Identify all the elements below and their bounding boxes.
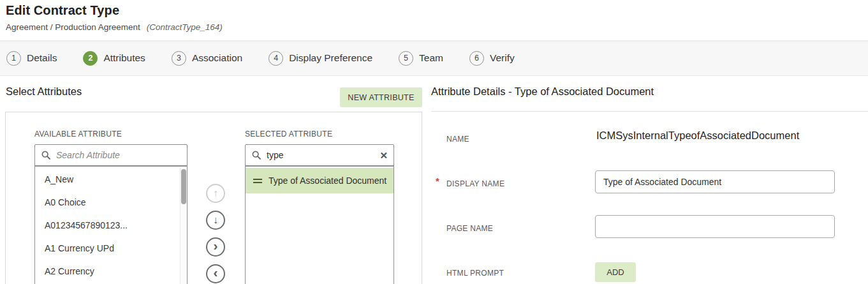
section-toolbar: Select Attributes NEW ATTRIBUTE Attribut… — [0, 76, 868, 112]
step-number-badge: 6 — [469, 51, 484, 66]
available-attribute-label: AVAILABLE ATTRIBUTE — [34, 130, 122, 138]
attribute-details-heading: Attribute Details - Type of Associated D… — [431, 86, 654, 98]
html-prompt-label: HTML PROMPT — [446, 269, 504, 278]
available-attribute-box: A_New A0 Choice A01234567890123... A1 Cu… — [34, 144, 188, 284]
select-attributes-heading: Select Attributes — [6, 86, 82, 98]
available-attribute-item[interactable]: A01234567890123... — [35, 214, 180, 237]
available-attribute-item[interactable]: A1 Currency UPd — [35, 237, 180, 260]
arrow-down-icon: ↓ — [213, 214, 218, 226]
add-html-prompt-button[interactable]: ADD — [595, 262, 636, 282]
page-name-field[interactable] — [595, 215, 835, 238]
selected-attribute-label: SELECTED ATTRIBUTE — [245, 130, 332, 138]
chevron-right-icon: › — [214, 238, 218, 253]
wizard-step[interactable]: 5 Team — [399, 51, 443, 66]
step-label: Verify — [490, 52, 515, 64]
step-number-badge: 3 — [172, 51, 186, 66]
selected-search-input[interactable] — [267, 150, 374, 160]
move-right-button[interactable]: › — [206, 237, 225, 257]
selected-attribute-list: Type of Associated Document — [246, 168, 394, 284]
name-value: ICMSysInternalTypeofAssociatedDocument — [596, 130, 799, 142]
arrow-up-icon: ↑ — [213, 188, 218, 199]
available-attribute-item[interactable]: A0 Choice — [35, 191, 180, 214]
selected-attribute-item[interactable]: Type of Associated Document — [246, 168, 394, 193]
page-header: Edit Contract Type Agreement / Productio… — [0, 0, 868, 40]
available-search-input[interactable] — [56, 150, 181, 160]
attribute-details-panel: NAME ICMSysInternalTypeofAssociatedDocum… — [431, 112, 868, 284]
search-icon — [41, 150, 51, 160]
breadcrumb-path: Agreement / Production Agreement — [6, 22, 140, 32]
step-label: Association — [192, 52, 242, 64]
scrollbar-thumb[interactable] — [181, 169, 186, 204]
display-name-field[interactable] — [595, 170, 835, 193]
name-label: NAME — [446, 135, 469, 144]
wizard-step[interactable]: 2 Attributes — [83, 51, 145, 66]
wizard-step[interactable]: 4 Display Preference — [268, 51, 372, 66]
attribute-picker-panel: AVAILABLE ATTRIBUTE SELECTED ATTRIBUTE A… — [5, 112, 422, 284]
selected-attribute-item-label: Type of Associated Document — [268, 176, 386, 186]
available-search-row — [35, 145, 187, 167]
step-number-badge: 1 — [6, 51, 21, 66]
clear-search-icon[interactable]: ✕ — [379, 151, 388, 160]
drag-handle-icon[interactable] — [253, 179, 262, 183]
move-left-button[interactable]: ‹ — [206, 264, 225, 283]
available-list-scrollbar[interactable] — [180, 168, 187, 284]
step-label: Display Preference — [289, 52, 372, 64]
wizard-step[interactable]: 3 Association — [172, 51, 242, 66]
available-attribute-item[interactable]: A2 Currency — [35, 260, 180, 283]
wizard-step[interactable]: 6 Verify — [469, 51, 515, 66]
breadcrumb-contract-type-id: (ContractType_164) — [147, 22, 223, 32]
new-attribute-button[interactable]: NEW ATTRIBUTE — [340, 87, 422, 107]
selected-attribute-box: ✕ Type of Associated Document — [245, 144, 394, 284]
page-title: Edit Contract Type — [6, 3, 868, 18]
available-attribute-item[interactable]: A_New — [35, 168, 180, 191]
selected-search-row: ✕ — [246, 145, 394, 167]
step-number-badge: 4 — [268, 51, 283, 66]
step-label: Details — [27, 52, 57, 64]
wizard-steps: 1 Details 2 Attributes 3 Association 4 D… — [0, 40, 868, 76]
display-name-label: DISPLAY NAME — [446, 179, 504, 188]
step-label: Attributes — [103, 52, 145, 64]
step-number-badge: 2 — [83, 51, 98, 66]
move-up-button[interactable]: ↑ — [206, 184, 225, 203]
step-number-badge: 5 — [399, 51, 413, 66]
breadcrumb: Agreement / Production Agreement (Contra… — [6, 22, 868, 32]
available-attribute-list: A_New A0 Choice A01234567890123... A1 Cu… — [35, 168, 180, 284]
move-down-button[interactable]: ↓ — [206, 211, 225, 230]
step-label: Team — [419, 52, 443, 64]
search-icon — [251, 150, 261, 160]
chevron-left-icon: ‹ — [214, 265, 218, 280]
wizard-step[interactable]: 1 Details — [6, 51, 57, 66]
page-name-label: PAGE NAME — [446, 224, 493, 233]
required-asterisk: * — [436, 176, 439, 186]
